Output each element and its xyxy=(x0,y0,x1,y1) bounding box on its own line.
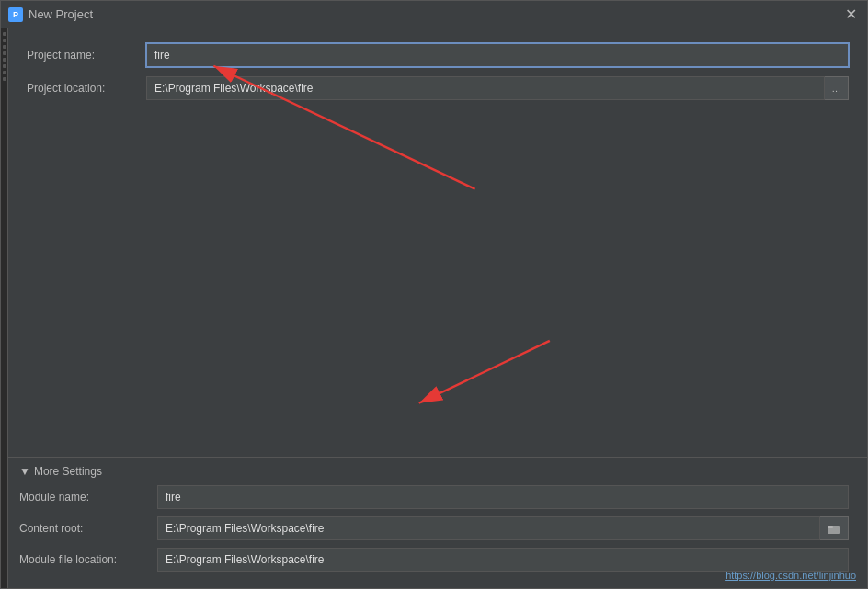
title-bar: P New Project ✕ xyxy=(1,1,867,28)
project-location-label: Project location: xyxy=(27,82,146,95)
project-name-label: Project name: xyxy=(27,49,146,62)
project-location-row: Project location: ... xyxy=(27,76,849,100)
svg-rect-7 xyxy=(828,526,833,528)
project-name-row: Project name: xyxy=(27,43,849,67)
module-name-label: Module name: xyxy=(19,491,157,504)
dialog-title: New Project xyxy=(29,7,93,21)
module-file-location-input[interactable] xyxy=(157,548,849,572)
module-name-input[interactable] xyxy=(157,485,849,509)
sidebar-dot xyxy=(3,64,6,68)
title-bar-left: P New Project xyxy=(8,7,93,22)
new-project-dialog: P New Project ✕ Project name: Project lo… xyxy=(0,0,868,589)
project-location-input-group: ... xyxy=(146,76,849,100)
more-settings-label: More Settings xyxy=(34,465,102,478)
project-name-input[interactable] xyxy=(146,43,849,67)
sidebar-dot xyxy=(3,39,6,42)
folder-icon xyxy=(828,523,840,534)
sidebar-dot xyxy=(3,58,6,62)
svg-line-5 xyxy=(419,341,550,403)
sidebar-dot xyxy=(3,32,6,36)
more-settings-chevron: ▼ xyxy=(19,465,30,478)
more-settings-header[interactable]: ▼ More Settings xyxy=(19,465,849,478)
main-content: Project name: Project location: ... xyxy=(8,28,867,457)
close-button[interactable]: ✕ xyxy=(841,6,860,24)
left-sidebar xyxy=(1,28,8,588)
content-root-browse-button[interactable] xyxy=(820,516,849,540)
content-root-label: Content root: xyxy=(19,522,157,535)
content-root-input-group xyxy=(157,516,849,540)
svg-text:P: P xyxy=(13,10,18,19)
module-name-row: Module name: xyxy=(19,485,849,509)
sidebar-dot xyxy=(3,45,6,49)
more-settings-section: ▼ More Settings Module name: Content roo… xyxy=(1,457,867,588)
project-location-input[interactable] xyxy=(146,76,825,100)
footer-url[interactable]: https://blog.csdn.net/linjinhuo xyxy=(725,570,856,581)
content-root-row: Content root: xyxy=(19,516,849,540)
module-file-location-input-group xyxy=(157,548,849,572)
sidebar-dot xyxy=(3,77,6,81)
sidebar-dot xyxy=(3,51,6,55)
project-icon: P xyxy=(8,7,23,22)
module-file-location-row: Module file location: xyxy=(19,548,849,572)
content-root-input[interactable] xyxy=(157,516,820,540)
module-file-location-label: Module file location: xyxy=(19,553,157,566)
sidebar-dot xyxy=(3,71,6,74)
project-location-browse-button[interactable]: ... xyxy=(825,76,849,100)
